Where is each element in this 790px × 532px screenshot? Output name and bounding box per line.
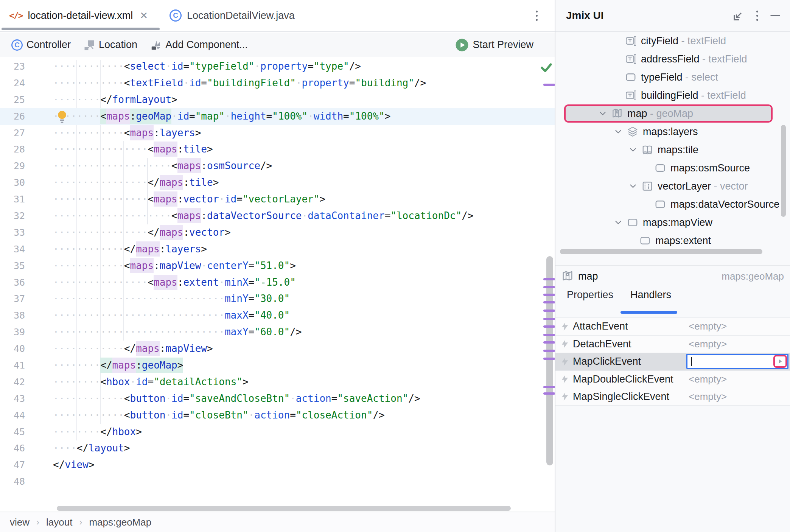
navigate-arrow-button annotation-highlight[interactable] xyxy=(773,355,787,368)
vcs-change-marker xyxy=(543,278,555,280)
textfield-icon xyxy=(625,35,636,47)
vcs-change-marker xyxy=(543,84,555,86)
tree-vertical-scrollbar[interactable] xyxy=(781,125,786,217)
code-line[interactable]: 46····</layout> xyxy=(0,440,555,457)
line-number: 26 xyxy=(0,108,25,125)
code-line[interactable]: 26········<maps:geoMap·id="map"·height="… xyxy=(0,108,555,125)
chevron-down-icon[interactable] xyxy=(628,145,638,155)
editor-options-kebab-icon[interactable] xyxy=(536,11,538,21)
chevron-down-icon[interactable] xyxy=(628,181,638,191)
code-line[interactable]: 44············<button·id="closeBtn"·acti… xyxy=(0,407,555,424)
text-caret xyxy=(691,357,692,366)
handler-value[interactable]: <empty> xyxy=(689,391,727,403)
code-line[interactable]: 24············<textField·id="buildingFie… xyxy=(0,75,555,92)
tree-item-map[interactable]: map - geoMap xyxy=(555,104,790,123)
code-line[interactable]: 31················<maps:vector·id="vecto… xyxy=(0,191,555,208)
tree-item-label: maps:mapView xyxy=(643,217,712,229)
tree-item-addressfield[interactable]: addressField - textField xyxy=(555,50,790,68)
chevron-down-icon[interactable] xyxy=(598,109,608,118)
chevron-down-icon[interactable] xyxy=(613,127,623,137)
code-line[interactable]: 36················<maps:extent·minX="-15… xyxy=(0,274,555,291)
add-component-button[interactable]: Add Component... xyxy=(150,39,248,51)
inspections-ok-check-icon[interactable] xyxy=(540,62,553,74)
handler-value[interactable]: <empty> xyxy=(689,320,727,332)
code-line[interactable]: 37·····························minY="30.… xyxy=(0,291,555,307)
chevron-down-icon[interactable] xyxy=(613,218,623,227)
handler-row-detachevent[interactable]: DetachEvent<empty> xyxy=(555,335,790,353)
tab-locationdetailview-java[interactable]: C LocationDetailView.java xyxy=(170,0,295,31)
code-line[interactable]: 35············<maps:mapView·centerY="51.… xyxy=(0,258,555,274)
tree-item-maps-tile[interactable]: maps:tile xyxy=(555,141,790,159)
line-number: 37 xyxy=(0,291,25,307)
line-number: 40 xyxy=(0,341,25,357)
code-line[interactable]: 47</view> xyxy=(0,457,555,473)
breadcrumb-item[interactable]: maps:geoMap xyxy=(89,516,151,528)
box-icon xyxy=(655,199,666,210)
tree-item-cityfield[interactable]: cityField - textField xyxy=(555,32,790,50)
handler-row-mapdoubleclickevent[interactable]: MapDoubleClickEvent<empty> xyxy=(555,370,790,388)
editor-horizontal-scrollbar[interactable] xyxy=(57,506,511,511)
tree-item-maps-layers[interactable]: maps:layers xyxy=(555,123,790,141)
line-number: 35 xyxy=(0,258,25,274)
tab-handlers[interactable]: Handlers xyxy=(630,289,671,301)
play-icon xyxy=(455,38,469,52)
breadcrumb-item[interactable]: layout xyxy=(46,516,72,528)
tree-item-label: addressField - textField xyxy=(641,53,747,65)
code-line[interactable]: 40············</maps:mapView> xyxy=(0,341,555,357)
tree-item-maps-extent[interactable]: maps:extent xyxy=(555,232,790,250)
tree-item-typefield[interactable]: typeField - select xyxy=(555,68,790,86)
tree-item-vectorlayer[interactable]: vectorLayer - vector xyxy=(555,177,790,195)
line-number: 32 xyxy=(0,208,25,224)
code-line[interactable]: 38·····························maxX="40.… xyxy=(0,307,555,324)
tree-horizontal-scrollbar[interactable] xyxy=(560,249,762,254)
code-line[interactable]: 48 xyxy=(0,473,555,490)
vcs-change-marker xyxy=(543,294,555,296)
hide-panel-minus-icon[interactable] xyxy=(770,10,781,21)
code-line[interactable]: 33················</maps:vector> xyxy=(0,224,555,241)
tab-location-detail-view-xml[interactable]: </> location-detail-view.xml ✕ xyxy=(0,0,162,31)
vcs-change-marker xyxy=(543,286,555,288)
tree-item-maps-osmsource[interactable]: maps:osmSource xyxy=(555,159,790,177)
intention-bulb-icon[interactable] xyxy=(56,110,68,124)
code-line[interactable]: 34············</maps:layers> xyxy=(0,241,555,258)
code-line[interactable]: 42········<hbox·id="detailActions"> xyxy=(0,374,555,390)
code-line[interactable]: 27············<maps:layers> xyxy=(0,125,555,142)
tree-item-buildingfield[interactable]: buildingField - textField xyxy=(555,86,790,104)
code-line[interactable]: 30················</maps:tile> xyxy=(0,174,555,191)
dock-tool-window-icon[interactable] xyxy=(732,9,745,22)
panel-options-kebab-icon[interactable] xyxy=(756,11,758,21)
event-bolt-icon xyxy=(560,339,570,349)
code-editor[interactable]: 23············<select·id="typeField"·pro… xyxy=(0,57,555,512)
code-line[interactable]: 28················<maps:tile> xyxy=(0,141,555,158)
start-preview-button[interactable]: Start Preview xyxy=(455,33,533,57)
code-line[interactable]: 45········</hbox> xyxy=(0,424,555,440)
handler-row-mapsingleclickevent[interactable]: MapSingleClickEvent<empty> xyxy=(555,388,790,406)
code-line[interactable]: 41········</maps:geoMap> xyxy=(0,357,555,374)
active-tab-underline xyxy=(620,311,677,314)
geomap-icon xyxy=(611,108,623,119)
tree-item-maps-datavectorsource[interactable]: maps:dataVectorSource xyxy=(555,195,790,213)
event-bolt-icon xyxy=(560,322,570,331)
handler-row-attachevent[interactable]: AttachEvent<empty> xyxy=(555,317,790,335)
vcs-change-marker xyxy=(543,392,555,395)
line-number: 31 xyxy=(0,191,25,208)
close-tab-icon[interactable]: ✕ xyxy=(140,11,148,20)
code-line[interactable]: 25········</formLayout> xyxy=(0,92,555,108)
tree-item-maps-mapview[interactable]: maps:mapView xyxy=(555,213,790,232)
breadcrumb-item[interactable]: view xyxy=(10,516,30,528)
handler-value[interactable]: <empty> xyxy=(689,338,727,350)
tab-properties[interactable]: Properties xyxy=(567,289,613,301)
geomap-icon xyxy=(561,270,574,282)
code-line[interactable]: 39·····························maxY="60.… xyxy=(0,324,555,341)
code-line[interactable]: 43············<button·id="saveAndCloseBt… xyxy=(0,390,555,407)
code-line[interactable]: 29····················<maps:osmSource/> xyxy=(0,158,555,174)
handler-value[interactable]: <empty> xyxy=(689,373,727,385)
handler-value-input[interactable] xyxy=(686,354,788,369)
location-button[interactable]: Location xyxy=(84,39,137,51)
controller-button[interactable]: C Controller xyxy=(11,39,71,51)
start-preview-label: Start Preview xyxy=(473,39,533,51)
code-line[interactable]: 32····················<maps:dataVectorSo… xyxy=(0,208,555,224)
play-arrow-icon xyxy=(777,358,784,365)
breadcrumb-separator: › xyxy=(79,517,82,527)
code-line[interactable]: 23············<select·id="typeField"·pro… xyxy=(0,58,555,75)
